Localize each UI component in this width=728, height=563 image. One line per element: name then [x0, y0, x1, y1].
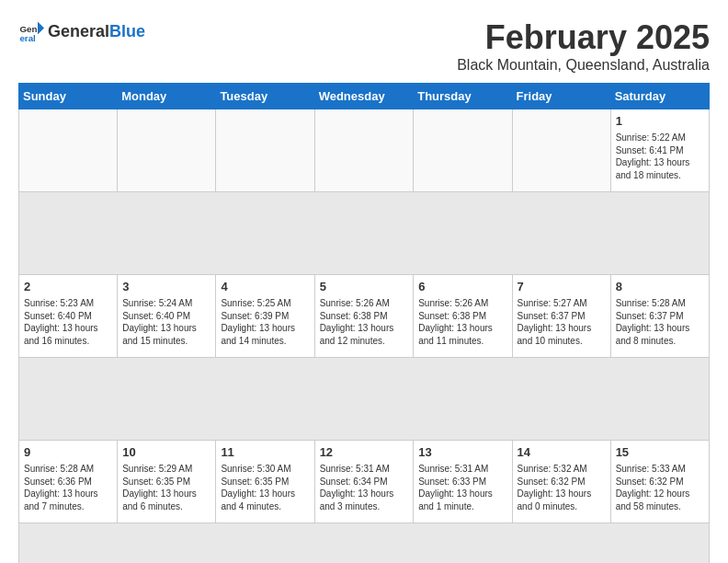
calendar-cell: 13Sunrise: 5:31 AM Sunset: 6:33 PM Dayli… — [414, 441, 512, 523]
day-number: 12 — [320, 444, 409, 461]
day-info: Sunrise: 5:25 AM Sunset: 6:39 PM Dayligh… — [221, 297, 309, 347]
calendar-cell: 3Sunrise: 5:24 AM Sunset: 6:40 PM Daylig… — [118, 275, 216, 358]
header-thursday: Thursday — [414, 84, 512, 109]
day-number: 8 — [616, 279, 704, 295]
page-header: Gen eral GeneralBlue February 2025 Black… — [18, 18, 710, 74]
calendar-cell: 5Sunrise: 5:26 AM Sunset: 6:38 PM Daylig… — [314, 275, 414, 358]
day-info: Sunrise: 5:26 AM Sunset: 6:38 PM Dayligh… — [320, 297, 409, 347]
day-number: 7 — [518, 279, 606, 295]
title-section: February 2025 Black Mountain, Queensland… — [457, 18, 710, 74]
week-separator — [19, 523, 710, 564]
day-info: Sunrise: 5:23 AM Sunset: 6:40 PM Dayligh… — [24, 297, 112, 347]
svg-marker-2 — [38, 22, 44, 35]
calendar-cell — [314, 109, 414, 192]
calendar-cell: 14Sunrise: 5:32 AM Sunset: 6:32 PM Dayli… — [512, 441, 610, 523]
week-separator — [19, 358, 710, 441]
calendar-cell: 11Sunrise: 5:30 AM Sunset: 6:35 PM Dayli… — [216, 441, 314, 523]
logo-text: GeneralBlue — [48, 22, 145, 41]
day-number: 10 — [122, 444, 210, 461]
day-number: 15 — [616, 444, 704, 461]
day-number: 11 — [221, 444, 309, 461]
day-info: Sunrise: 5:29 AM Sunset: 6:35 PM Dayligh… — [122, 463, 210, 512]
day-info: Sunrise: 5:31 AM Sunset: 6:33 PM Dayligh… — [418, 463, 506, 512]
header-monday: Monday — [118, 84, 216, 109]
day-number: 6 — [418, 279, 506, 295]
day-info: Sunrise: 5:31 AM Sunset: 6:34 PM Dayligh… — [320, 463, 409, 512]
day-number: 14 — [518, 444, 606, 461]
day-number: 13 — [418, 444, 506, 461]
calendar-cell: 1Sunrise: 5:22 AM Sunset: 6:41 PM Daylig… — [610, 109, 709, 192]
header-sunday: Sunday — [19, 84, 118, 109]
calendar-cell: 2Sunrise: 5:23 AM Sunset: 6:40 PM Daylig… — [19, 275, 118, 358]
calendar-cell: 9Sunrise: 5:28 AM Sunset: 6:36 PM Daylig… — [19, 441, 118, 523]
header-wednesday: Wednesday — [314, 84, 414, 109]
day-info: Sunrise: 5:24 AM Sunset: 6:40 PM Dayligh… — [122, 297, 210, 347]
day-info: Sunrise: 5:30 AM Sunset: 6:35 PM Dayligh… — [221, 463, 309, 512]
logo-general: General — [48, 22, 109, 40]
calendar-table: SundayMondayTuesdayWednesdayThursdayFrid… — [18, 83, 710, 563]
calendar-cell — [118, 109, 216, 192]
day-info: Sunrise: 5:28 AM Sunset: 6:36 PM Dayligh… — [24, 463, 112, 512]
day-number: 2 — [24, 279, 112, 295]
logo: Gen eral GeneralBlue — [18, 18, 145, 44]
day-info: Sunrise: 5:22 AM Sunset: 6:41 PM Dayligh… — [616, 132, 704, 181]
day-number: 1 — [616, 113, 704, 130]
calendar-cell — [19, 109, 118, 192]
day-number: 3 — [122, 279, 210, 295]
calendar-cell — [216, 109, 314, 192]
calendar-cell: 10Sunrise: 5:29 AM Sunset: 6:35 PM Dayli… — [118, 441, 216, 523]
calendar-subtitle: Black Mountain, Queensland, Australia — [457, 57, 710, 74]
calendar-cell: 6Sunrise: 5:26 AM Sunset: 6:38 PM Daylig… — [414, 275, 512, 358]
day-info: Sunrise: 5:26 AM Sunset: 6:38 PM Dayligh… — [418, 297, 506, 347]
day-info: Sunrise: 5:27 AM Sunset: 6:37 PM Dayligh… — [518, 297, 606, 347]
calendar-cell — [414, 109, 512, 192]
svg-text:eral: eral — [19, 33, 36, 43]
day-info: Sunrise: 5:28 AM Sunset: 6:37 PM Dayligh… — [616, 297, 704, 347]
day-number: 9 — [24, 444, 112, 461]
week-row-3: 9Sunrise: 5:28 AM Sunset: 6:36 PM Daylig… — [19, 441, 710, 523]
day-number: 5 — [320, 279, 409, 295]
header-tuesday: Tuesday — [216, 84, 314, 109]
calendar-cell: 7Sunrise: 5:27 AM Sunset: 6:37 PM Daylig… — [512, 275, 610, 358]
week-row-1: 1Sunrise: 5:22 AM Sunset: 6:41 PM Daylig… — [19, 109, 710, 192]
header-saturday: Saturday — [610, 84, 709, 109]
week-separator — [19, 192, 710, 275]
day-number: 4 — [221, 279, 309, 295]
calendar-cell: 4Sunrise: 5:25 AM Sunset: 6:39 PM Daylig… — [216, 275, 314, 358]
calendar-header-row: SundayMondayTuesdayWednesdayThursdayFrid… — [19, 84, 710, 109]
calendar-cell — [512, 109, 610, 192]
logo-blue: Blue — [109, 22, 145, 40]
calendar-cell: 8Sunrise: 5:28 AM Sunset: 6:37 PM Daylig… — [610, 275, 709, 358]
day-info: Sunrise: 5:32 AM Sunset: 6:32 PM Dayligh… — [518, 463, 606, 512]
header-friday: Friday — [512, 84, 610, 109]
week-row-2: 2Sunrise: 5:23 AM Sunset: 6:40 PM Daylig… — [19, 275, 710, 358]
calendar-cell: 12Sunrise: 5:31 AM Sunset: 6:34 PM Dayli… — [314, 441, 414, 523]
day-info: Sunrise: 5:33 AM Sunset: 6:32 PM Dayligh… — [616, 463, 704, 512]
logo-icon: Gen eral — [18, 18, 44, 44]
calendar-cell: 15Sunrise: 5:33 AM Sunset: 6:32 PM Dayli… — [610, 441, 709, 523]
calendar-title: February 2025 — [457, 18, 710, 57]
